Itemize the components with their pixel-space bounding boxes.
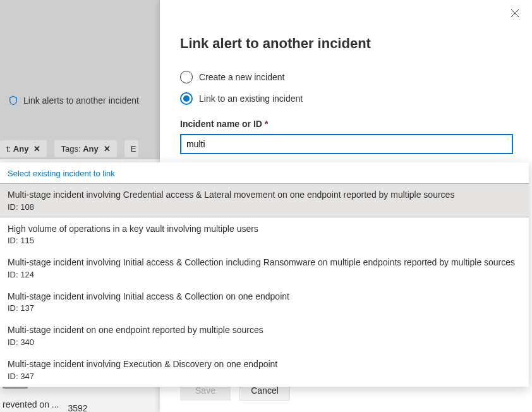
link-alerts-label: Link alerts to another incident [23,95,139,106]
dropdown-item[interactable]: High volume of operations in a key vault… [0,217,529,251]
required-marker: * [265,119,268,129]
close-icon[interactable]: ✕ [104,144,111,154]
dropdown-item[interactable]: Multi-stage incident involving Execution… [0,353,529,387]
radio-icon [180,92,193,105]
radio-icon [180,71,193,83]
radio-link-existing[interactable]: Link to an existing incident [180,92,512,105]
dropdown-item[interactable]: Multi-stage incident involving Initial a… [0,285,529,319]
filter-row: t: Any ✕ Tags: Any ✕ E [0,140,138,157]
incident-dropdown: Select existing incident to link Multi-s… [0,162,529,387]
dropdown-item-id: ID: 347 [8,372,521,381]
filter-pill[interactable]: t: Any ✕ [0,140,47,157]
dropdown-item[interactable]: Multi-stage incident involving Initial a… [0,251,529,285]
dropdown-header: Select existing incident to link [0,162,529,183]
dropdown-item-id: ID: 108 [8,202,521,212]
dropdown-item-id: ID: 115 [8,236,521,245]
backdrop-dim [0,0,160,159]
dropdown-item[interactable]: Multi-stage incident involving Credentia… [0,183,529,217]
dropdown-item-title: High volume of operations in a key vault… [8,223,521,236]
dropdown-item-id: ID: 124 [8,270,521,279]
radio-group: Create a new incident Link to an existin… [180,71,512,105]
dropdown-item[interactable]: Multi-stage incident on one endpoint rep… [0,318,529,353]
incident-name-input[interactable] [180,134,513,154]
dropdown-item-id: ID: 137 [8,303,521,313]
close-icon [511,9,519,18]
dropdown-item-title: Multi-stage incident involving Initial a… [8,257,521,269]
filter-pill[interactable]: E [124,140,139,157]
radio-label: Create a new incident [199,72,284,82]
dropdown-item-title: Multi-stage incident on one endpoint rep… [8,324,521,337]
close-button[interactable] [511,9,519,20]
dropdown-item-title: Multi-stage incident involving Initial a… [8,291,521,303]
radio-create-new[interactable]: Create a new incident [180,71,512,83]
dropdown-item-title: Multi-stage incident involving Execution… [8,358,521,371]
dropdown-item-id: ID: 340 [8,337,521,347]
close-icon[interactable]: ✕ [33,144,40,154]
field-label: Incident name or ID * [180,119,512,129]
dropdown-item-title: Multi-stage incident involving Credentia… [8,189,521,202]
radio-label: Link to an existing incident [199,94,303,104]
panel-title: Link alert to another incident [180,35,512,52]
shield-icon [8,95,18,106]
link-alerts-button[interactable]: Link alerts to another incident [2,92,145,109]
filter-pill[interactable]: Tags: Any ✕ [54,140,116,157]
row-id: 3592 [68,403,88,412]
table-row[interactable]: revented on ... 3592 [0,392,158,412]
